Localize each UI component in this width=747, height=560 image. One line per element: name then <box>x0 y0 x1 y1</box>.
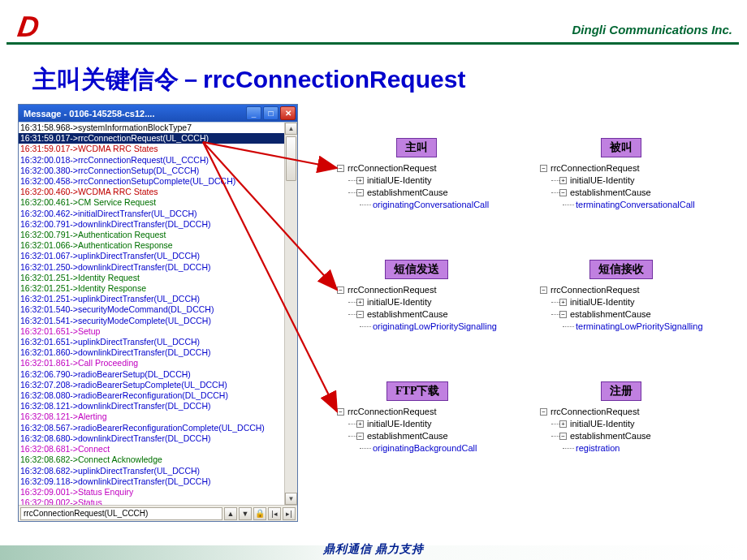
collapse-icon[interactable]: − <box>559 311 567 318</box>
tree-node[interactable]: −establishmentCause <box>337 430 477 442</box>
tree-node[interactable]: −rrcConnectionRequest <box>337 406 477 418</box>
collapse-icon[interactable]: − <box>559 189 567 196</box>
tree-node[interactable]: −rrcConnectionRequest <box>540 284 703 296</box>
scroll-up-button[interactable]: ▲ <box>285 123 297 135</box>
tree-leaf[interactable]: registration <box>540 442 651 454</box>
nav-last-button[interactable]: ▸| <box>283 507 296 520</box>
message-row[interactable]: 16:32:01.251->Identity Response <box>19 283 284 294</box>
collapse-icon[interactable]: − <box>356 433 364 440</box>
tree-node[interactable]: −establishmentCause <box>540 187 695 199</box>
scroll-down-button[interactable]: ▼ <box>285 493 297 505</box>
collapse-icon[interactable]: − <box>337 165 344 172</box>
message-row[interactable]: 16:32:09.118->downlinkDirectTransfer(DL_… <box>19 476 284 487</box>
message-row[interactable]: 16:32:09.002->Status <box>19 498 284 505</box>
tree-view: −rrcConnectionRequest+initialUE-Identity… <box>337 284 497 333</box>
page-title: 主叫关键信令－rrcConnectionRequest <box>32 63 465 97</box>
expand-icon[interactable]: + <box>559 299 567 306</box>
message-row[interactable]: 16:32:01.861->Call Proceeding <box>19 358 284 368</box>
message-row[interactable]: 16:32:01.251->Identity Request <box>19 273 284 283</box>
message-row[interactable]: 16:32:01.651->uplinkDirectTransfer(UL_DC… <box>19 337 284 347</box>
window-titlebar[interactable]: Message - 0106-145258-cs12.... _ □ ✕ <box>19 105 297 122</box>
footer-text: 鼎利通信 鼎力支持 <box>323 542 425 557</box>
tree-node[interactable]: +initialUE-Identity <box>337 174 489 187</box>
tree-view: −rrcConnectionRequest+initialUE-Identity… <box>540 284 703 333</box>
collapse-icon[interactable]: − <box>337 286 344 294</box>
tree-node[interactable]: −rrcConnectionRequest <box>540 406 651 418</box>
message-row[interactable]: 16:32:01.860->downlinkDirectTransfer(DL_… <box>19 347 284 358</box>
category-label: 注册 <box>601 381 641 401</box>
message-row[interactable]: 16:32:01.541->securityModeComplete(UL_DC… <box>19 316 284 326</box>
message-row[interactable]: 16:31:59.017->rrcConnectionRequest(UL_CC… <box>19 133 284 144</box>
collapse-icon[interactable]: − <box>337 408 344 416</box>
message-row[interactable]: 16:32:01.651->Setup <box>19 326 284 337</box>
message-row[interactable]: 16:32:00.791->downlinkDirectTransfer(DL_… <box>19 219 284 230</box>
message-row[interactable]: 16:32:08.567->radioBearerReconfiguration… <box>19 423 284 433</box>
message-row[interactable]: 16:32:08.080->radioBearerReconfiguration… <box>19 390 284 401</box>
message-row[interactable]: 16:32:08.121->Alerting <box>19 411 284 422</box>
message-row[interactable]: 16:32:00.380->rrcConnectionSetup(DL_CCCH… <box>19 166 284 176</box>
message-list[interactable]: 16:31:58.968->systemInformationBlockType… <box>19 123 284 505</box>
tree-node[interactable]: +initialUE-Identity <box>540 296 703 308</box>
scroll-thumb[interactable] <box>286 136 296 181</box>
nav-down-button[interactable]: ▼ <box>239 507 252 520</box>
tree-node[interactable]: +initialUE-Identity <box>337 418 477 430</box>
message-row[interactable]: 16:32:08.681->Connect <box>19 444 284 454</box>
nav-first-button[interactable]: |◂ <box>268 507 281 520</box>
lock-icon[interactable] <box>253 507 266 520</box>
message-row[interactable]: 16:32:08.680->downlinkDirectTransfer(DL_… <box>19 433 284 444</box>
expand-icon[interactable]: + <box>356 177 364 184</box>
expand-icon[interactable]: + <box>356 299 364 306</box>
message-row[interactable]: 16:31:59.017->WCDMA RRC States <box>19 144 284 154</box>
message-row[interactable]: 16:32:07.208->radioBearerSetupComplete(U… <box>19 380 284 390</box>
expand-icon[interactable]: + <box>559 420 567 428</box>
window-title: Message - 0106-145258-cs12.... <box>20 109 244 118</box>
message-row[interactable]: 16:32:01.066->Authentication Response <box>19 240 284 251</box>
message-row[interactable]: 16:32:01.540->securityModeCommand(DL_DCC… <box>19 304 284 315</box>
message-row[interactable]: 16:32:08.682->uplinkDirectTransfer(UL_DC… <box>19 466 284 476</box>
collapse-icon[interactable]: − <box>559 433 567 440</box>
message-row[interactable]: 16:32:01.067->uplinkDirectTransfer(UL_DC… <box>19 251 284 261</box>
message-row[interactable]: 16:32:08.121->downlinkDirectTransfer(DL_… <box>19 401 284 411</box>
message-row[interactable]: 16:32:08.682->Connect Acknowledge <box>19 454 284 465</box>
tree-node[interactable]: +initialUE-Identity <box>540 174 695 187</box>
message-row[interactable]: 16:32:01.251->uplinkDirectTransfer(UL_DC… <box>19 294 284 304</box>
tree-leaf[interactable]: originatingLowPrioritySignalling <box>337 321 497 333</box>
collapse-icon[interactable]: − <box>356 311 364 318</box>
expand-icon[interactable]: + <box>356 420 364 428</box>
nav-up-button[interactable]: ▲ <box>224 507 237 520</box>
expand-icon[interactable]: + <box>559 177 567 184</box>
status-field[interactable]: rrcConnectionRequest(UL_CCCH) <box>20 507 222 520</box>
minimize-button[interactable]: _ <box>246 106 261 120</box>
tree-node[interactable]: −establishmentCause <box>540 430 651 442</box>
collapse-icon[interactable]: − <box>540 165 547 172</box>
tree-node[interactable]: +initialUE-Identity <box>540 418 651 430</box>
tree-leaf[interactable]: originatingConversationalCall <box>337 199 489 211</box>
message-row[interactable]: 16:32:00.791->Authentication Request <box>19 230 284 240</box>
tree-node[interactable]: −rrcConnectionRequest <box>337 284 497 296</box>
message-row[interactable]: 16:32:01.250->downlinkDirectTransfer(DL_… <box>19 262 284 273</box>
collapse-icon[interactable]: − <box>540 286 547 294</box>
message-row[interactable]: 16:32:06.790->radioBearerSetup(DL_DCCH) <box>19 369 284 380</box>
message-row[interactable]: 16:32:09.001->Status Enquiry <box>19 487 284 498</box>
tree-node[interactable]: +initialUE-Identity <box>337 296 497 308</box>
message-row[interactable]: 16:32:00.018->rrcConnectionRequest(UL_CC… <box>19 155 284 166</box>
tree-leaf[interactable]: terminatingLowPrioritySignalling <box>540 321 703 333</box>
tree-view: −rrcConnectionRequest+initialUE-Identity… <box>337 162 489 211</box>
tree-leaf[interactable]: terminatingConversationalCall <box>540 199 695 211</box>
collapse-icon[interactable]: − <box>540 408 547 416</box>
maximize-button[interactable]: □ <box>263 106 279 120</box>
vertical-scrollbar[interactable]: ▲ ▼ <box>284 123 297 505</box>
tree-node[interactable]: −rrcConnectionRequest <box>540 162 695 174</box>
message-row[interactable]: 16:32:00.462->initialDirectTransfer(UL_D… <box>19 209 284 219</box>
tree-node[interactable]: −rrcConnectionRequest <box>337 162 489 174</box>
message-row[interactable]: 16:32:00.458->rrcConnectionSetupComplete… <box>19 176 284 187</box>
collapse-icon[interactable]: − <box>356 189 364 196</box>
message-row[interactable]: 16:32:00.460->WCDMA RRC States <box>19 187 284 197</box>
close-button[interactable]: ✕ <box>280 106 296 120</box>
message-row[interactable]: 16:32:00.461->CM Service Request <box>19 197 284 208</box>
tree-node[interactable]: −establishmentCause <box>540 308 703 321</box>
tree-node[interactable]: −establishmentCause <box>337 187 489 199</box>
tree-leaf[interactable]: originatingBackgroundCall <box>337 442 477 454</box>
tree-node[interactable]: −establishmentCause <box>337 308 497 321</box>
message-row[interactable]: 16:31:58.968->systemInformationBlockType… <box>19 123 284 133</box>
